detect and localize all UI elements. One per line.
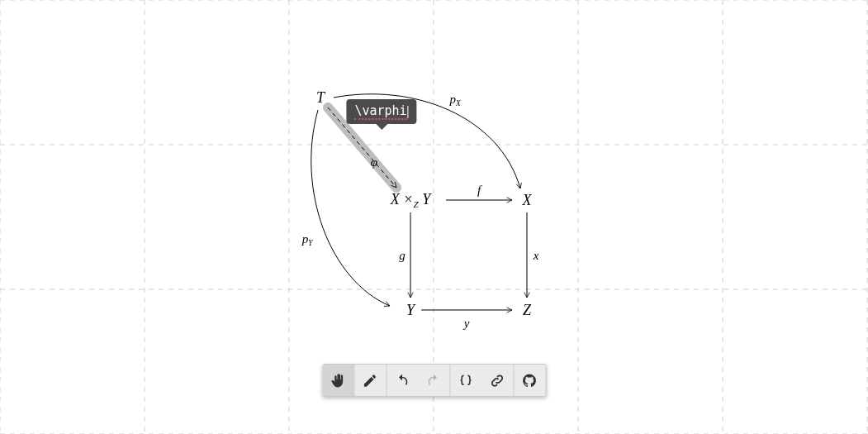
share-link-button[interactable] <box>481 365 513 396</box>
label-input-text[interactable]: \varphi <box>354 103 406 120</box>
redo-button[interactable] <box>418 365 449 396</box>
label-pY[interactable]: pY <box>302 232 313 247</box>
node-X[interactable]: X <box>523 192 532 209</box>
label-y[interactable]: y <box>464 317 470 331</box>
node-Z[interactable]: Z <box>523 302 531 319</box>
github-button[interactable] <box>514 365 545 396</box>
braces-icon <box>458 373 474 389</box>
label-g[interactable]: g <box>399 249 406 263</box>
toolbar <box>322 364 546 397</box>
pan-tool-button[interactable] <box>323 365 354 396</box>
github-icon <box>522 373 538 389</box>
label-input-tooltip[interactable]: \varphi <box>346 99 416 124</box>
node-XZY[interactable]: X ×Z Y <box>391 191 430 208</box>
undo-button[interactable] <box>387 365 418 396</box>
label-x[interactable]: x <box>534 249 539 263</box>
export-code-button[interactable] <box>450 365 481 396</box>
node-Y[interactable]: Y <box>406 302 415 319</box>
redo-icon <box>426 373 442 389</box>
pencil-icon <box>363 373 378 389</box>
label-phi[interactable]: φ <box>371 155 377 169</box>
text-caret <box>408 106 409 118</box>
label-f[interactable]: f <box>477 184 481 198</box>
label-pX[interactable]: pX <box>449 93 460 107</box>
node-T[interactable]: T <box>316 89 325 107</box>
undo-icon <box>395 373 410 389</box>
diagram-canvas[interactable]: T X ×Z Y X Y Z φ pX pY f g x y \varphi <box>0 0 868 434</box>
link-icon <box>490 373 505 389</box>
hand-icon <box>331 373 347 389</box>
draw-tool-button[interactable] <box>354 365 386 396</box>
